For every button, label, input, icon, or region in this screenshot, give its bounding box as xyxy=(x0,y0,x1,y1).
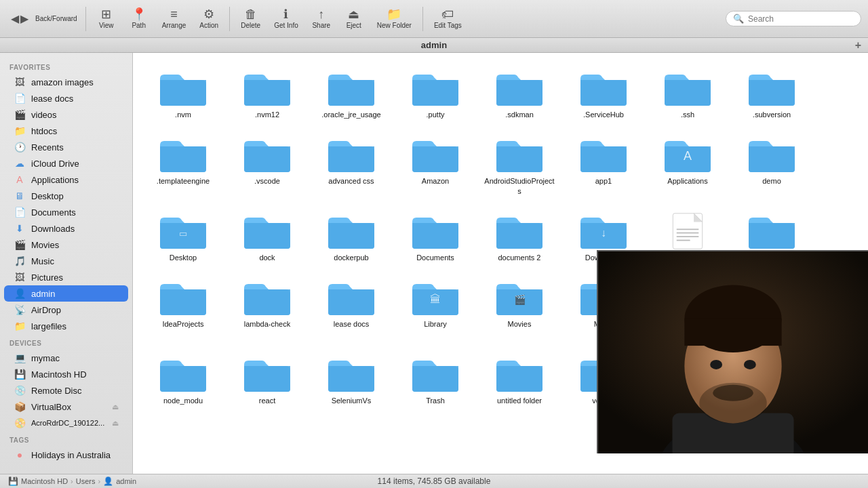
sidebar-item-largefiles[interactable]: 📁 largefiles xyxy=(4,318,128,334)
acrord-icon: 📀 xyxy=(14,418,26,428)
file-item-nvm[interactable]: .nvm xyxy=(144,64,222,125)
arrange-btn[interactable]: ≡ Arrange xyxy=(157,5,192,32)
sidebar-item-airdrop[interactable]: 📡 AirDrop xyxy=(4,302,128,318)
file-item-nvm12[interactable]: .nvm12 xyxy=(228,64,307,125)
file-item-templateengine[interactable]: .templateengine xyxy=(144,130,222,201)
file-item-subversion[interactable]: .subversion xyxy=(732,64,811,125)
acrord-eject-icon[interactable]: ⏏ xyxy=(112,419,119,428)
share-btn[interactable]: ↑ Share xyxy=(307,5,336,32)
file-item-putty1[interactable]: .putty xyxy=(396,64,475,125)
file-item-androidstudio[interactable]: AndroidStudioProjects xyxy=(480,130,559,201)
file-item-lambda-check[interactable]: lambda-check xyxy=(228,273,307,344)
file-label: lambda-check xyxy=(244,319,290,329)
folder-icon xyxy=(327,69,376,107)
file-item-untitled[interactable]: untitled folder xyxy=(480,350,559,411)
sidebar-item-mymac[interactable]: 💻 mymac xyxy=(4,350,128,366)
sidebar-item-movies[interactable]: 🎬 Movies xyxy=(4,237,128,253)
file-item-seleniumvs[interactable]: SeleniumVs xyxy=(312,350,391,411)
file-item-documents2[interactable]: documents 2 xyxy=(480,207,559,268)
virtualbox-icon: 📦 xyxy=(14,401,26,412)
file-item-library[interactable]: 🏛 Library xyxy=(396,273,475,344)
sidebar-item-macintosh-hd[interactable]: 💾 Macintosh HD xyxy=(4,366,128,382)
back-forward-btn[interactable]: ◀ ▶ xyxy=(7,11,33,27)
file-item-sdkman[interactable]: .sdkman xyxy=(480,64,559,125)
search-input[interactable] xyxy=(748,14,854,24)
sidebar-item-remote-disc[interactable]: 💿 Remote Disc xyxy=(4,382,128,399)
folder-icon xyxy=(411,355,460,393)
edit-tags-btn[interactable]: 🏷 Edit Tags xyxy=(429,5,467,32)
documents-icon: 📄 xyxy=(14,207,26,218)
file-item-node-modu[interactable]: node_modu xyxy=(144,350,222,411)
sidebar-item-icloud[interactable]: ☁ iCloud Drive xyxy=(4,155,128,171)
sidebar-item-holidays[interactable]: ● Holidays in Australia xyxy=(4,447,128,463)
file-item-documents[interactable]: Documents xyxy=(396,207,475,268)
sidebar-item-pictures[interactable]: 🖼 Pictures xyxy=(4,269,128,285)
sidebar-item-recents[interactable]: 🕐 Recents xyxy=(4,139,128,155)
sidebar-item-label: Downloads xyxy=(31,224,75,234)
file-item-dock[interactable]: dock xyxy=(228,207,307,268)
sidebar-item-documents[interactable]: 📄 Documents xyxy=(4,204,128,220)
sidebar-item-music[interactable]: 🎵 Music xyxy=(4,253,128,269)
folder-icon xyxy=(159,136,208,174)
sidebar-item-downloads[interactable]: ⬇ Downloads xyxy=(4,220,128,237)
lease-docs-icon: 📄 xyxy=(14,93,26,104)
svg-text:🏛: 🏛 xyxy=(430,293,441,305)
file-item-react[interactable]: react xyxy=(228,350,307,411)
file-item-app1[interactable]: app1 xyxy=(564,130,643,201)
file-item-movies[interactable]: 🎬 Movies xyxy=(480,273,559,344)
svg-point-22 xyxy=(744,360,756,369)
folder-icon: ▭ xyxy=(159,212,208,250)
sidebar-item-virtualbox[interactable]: 📦 VirtualBox ⏏ xyxy=(4,399,128,415)
file-item-oracle_jre_usage[interactable]: .oracle_jre_usage xyxy=(312,64,391,125)
view-icon-btn[interactable]: ⊞ View xyxy=(92,5,121,32)
virtualbox-eject-icon[interactable]: ⏏ xyxy=(112,403,119,411)
breadcrumb-macintosh[interactable]: Macintosh HD xyxy=(21,477,68,485)
eject-btn[interactable]: ⏏ Eject xyxy=(339,5,369,32)
file-item-servicehub[interactable]: .ServiceHub xyxy=(564,64,643,125)
path-btn[interactable]: 📍 Path xyxy=(124,5,154,32)
sidebar-item-applications[interactable]: A Applications xyxy=(4,171,128,188)
add-tag-btn[interactable]: + xyxy=(855,39,861,52)
sidebar-item-admin[interactable]: 👤 admin xyxy=(4,285,128,302)
sidebar-item-amazon-images[interactable]: 🖼 amazon images xyxy=(4,74,128,90)
toolbar: ◀ ▶ Back/Forward ⊞ View 📍 Path ≡ Arrange… xyxy=(0,0,868,38)
eject-icon: ⏏ xyxy=(348,8,359,20)
search-bar[interactable]: 🔍 xyxy=(726,11,861,26)
icloud-icon: ☁ xyxy=(14,158,26,169)
folder-icon xyxy=(243,279,292,317)
sidebar-item-desktop[interactable]: 🖥 Desktop xyxy=(4,188,128,204)
delete-btn[interactable]: 🗑 Delete xyxy=(235,5,266,32)
folder-icon xyxy=(411,212,460,250)
svg-text:↓: ↓ xyxy=(601,227,606,239)
breadcrumb-users[interactable]: Users xyxy=(76,477,96,485)
downloads-icon: ⬇ xyxy=(14,223,26,234)
sidebar-item-label: Music xyxy=(31,256,54,266)
sidebar-item-acrord[interactable]: 📀 AcroRdrDC_190122... ⏏ xyxy=(4,415,128,431)
file-item-demo[interactable]: demo xyxy=(732,130,811,201)
sidebar-item-lease-docs[interactable]: 📄 lease docs xyxy=(4,90,128,106)
file-item-applications[interactable]: A Applications xyxy=(648,130,727,201)
file-item-amazon[interactable]: Amazon xyxy=(396,130,475,201)
file-item-advanced-css[interactable]: advanced css xyxy=(312,130,391,201)
folder-icon xyxy=(747,212,796,250)
sidebar-item-htdocs[interactable]: 📁 htdocs xyxy=(4,123,128,139)
file-item-vscode[interactable]: .vscode xyxy=(228,130,307,201)
sidebar-item-label: Remote Disc xyxy=(31,386,81,396)
breadcrumb-admin[interactable]: admin xyxy=(116,477,136,485)
svg-rect-20 xyxy=(684,319,781,346)
file-item-trash[interactable]: Trash xyxy=(396,350,475,411)
file-label: Applications xyxy=(667,176,707,186)
admin-icon: 👤 xyxy=(14,288,26,299)
get-info-btn[interactable]: ℹ Get Info xyxy=(269,5,304,32)
file-item-ideaprojects[interactable]: IdeaProjects xyxy=(144,273,222,344)
action-btn[interactable]: ⚙ Action xyxy=(194,5,224,32)
file-item-ssh[interactable]: .ssh xyxy=(648,64,727,125)
sidebar-item-videos[interactable]: 🎬 videos xyxy=(4,106,128,123)
new-folder-btn[interactable]: 📁 New Folder xyxy=(372,5,417,32)
movies-icon: 🎬 xyxy=(14,239,26,250)
file-item-desktop[interactable]: ▭ Desktop xyxy=(144,207,222,268)
sidebar-item-label: VirtualBox xyxy=(31,402,71,412)
file-item-lease-docs[interactable]: lease docs xyxy=(312,273,391,344)
file-item-dockerpub[interactable]: dockerpub xyxy=(312,207,391,268)
back-icon: ◀ xyxy=(11,14,19,24)
